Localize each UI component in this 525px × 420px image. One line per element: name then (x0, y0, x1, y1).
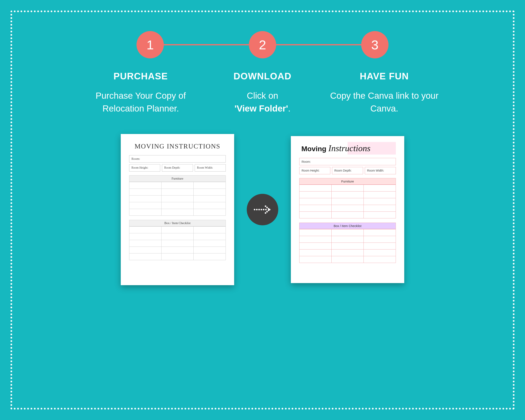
step-body-post: . (288, 103, 291, 113)
field-room: Room: (299, 158, 396, 165)
step-col-have-fun: HAVE FUN Copy the Canva link to your Can… (326, 71, 443, 115)
step-title: HAVE FUN (326, 71, 443, 82)
svg-point-11 (266, 211, 268, 212)
svg-point-5 (265, 209, 267, 210)
field-room-width: Room Width: (365, 167, 396, 174)
step-body-pre: Click on (247, 91, 278, 101)
field-room-depth: Room Depth: (332, 167, 363, 174)
step-circle-2: 2 (249, 31, 276, 58)
field-room-height: Room Height: (299, 167, 330, 174)
step-title: DOWNLOAD (204, 71, 321, 82)
step-title: PURCHASE (82, 71, 199, 82)
furniture-table (299, 185, 396, 218)
dim-row: Room Height: Room Depth: Room Width: (129, 164, 226, 172)
svg-point-3 (261, 209, 262, 210)
field-room: Room: (129, 155, 226, 163)
svg-point-10 (268, 210, 269, 211)
furniture-table (129, 182, 226, 216)
svg-point-7 (266, 207, 268, 208)
step-body: Copy the Canva link to your Canva. (326, 89, 443, 115)
steps-text-row: PURCHASE Purchase Your Copy of Relocatio… (82, 71, 443, 115)
steps-row: 1 2 3 (137, 31, 388, 58)
svg-point-1 (256, 209, 257, 210)
dotted-frame: 1 2 3 PURCHASE Purchase Your Copy of Rel… (10, 10, 515, 410)
step-body-bold: 'View Folder' (234, 103, 288, 113)
step-connector (276, 44, 361, 45)
field-room-depth: Room Depth: (162, 164, 193, 172)
doc-title-word1: Moving (301, 145, 326, 153)
step-col-purchase: PURCHASE Purchase Your Copy of Relocatio… (82, 71, 199, 115)
section-head-furniture: Furniture (129, 175, 226, 182)
arrow-icon (247, 194, 278, 225)
svg-point-4 (263, 209, 264, 210)
checklist-table (299, 229, 396, 263)
step-body: Click on 'View Folder'. (204, 89, 321, 115)
section-head-checklist: Box / Item Checklist (299, 223, 396, 229)
checklist-table (129, 226, 226, 260)
step-col-download: DOWNLOAD Click on 'View Folder'. (204, 71, 321, 115)
section-head-checklist: Box / Item Checklist (129, 220, 226, 226)
documents-preview-row: MOVING INSTRUCTIONS Room: Room Height: R… (44, 134, 481, 285)
step-circle-1: 1 (137, 31, 164, 58)
svg-point-12 (265, 212, 266, 214)
step-body: Purchase Your Copy of Relocation Planner… (82, 89, 199, 115)
step-circle-3: 3 (361, 31, 388, 58)
doc-preview-mono: MOVING INSTRUCTIONS Room: Room Height: R… (121, 134, 234, 285)
dim-row: Room Height: Room Depth: Room Width: (299, 167, 396, 174)
doc-title-word2: Instructions (328, 143, 370, 153)
field-room-width: Room Width: (195, 164, 226, 172)
section-head-furniture: Furniture (299, 178, 396, 185)
doc-preview-color: Moving Instructions Room: Room Height: R… (291, 136, 404, 283)
doc-title: Moving Instructions (299, 142, 396, 155)
svg-point-2 (258, 209, 260, 210)
svg-point-0 (254, 209, 255, 210)
field-room-height: Room Height: (129, 164, 160, 172)
svg-point-6 (265, 205, 266, 207)
doc-title: MOVING INSTRUCTIONS (129, 142, 226, 150)
step-connector (164, 44, 249, 45)
